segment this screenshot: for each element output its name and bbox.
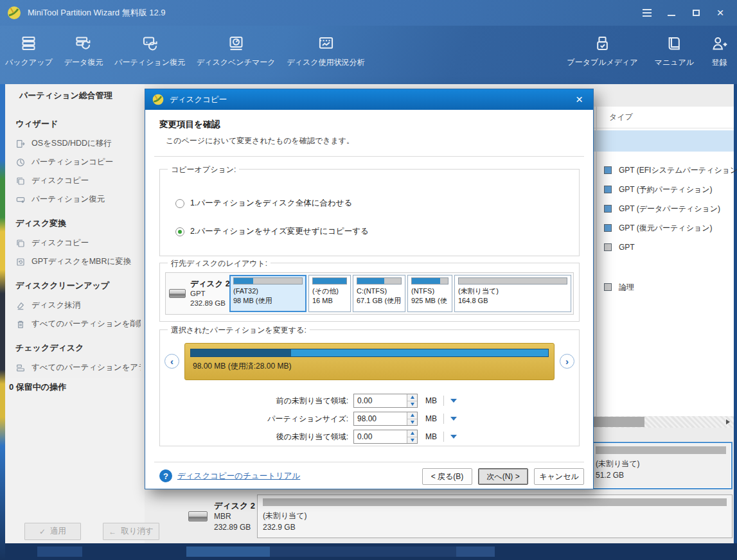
back-button[interactable]: < 戻る(B) xyxy=(422,468,472,485)
target-partition-cell[interactable]: (その他)16 MB xyxy=(308,275,351,312)
undo-button[interactable]: ← 取り消す xyxy=(103,523,159,540)
cancel-button[interactable]: キャンセル xyxy=(534,468,584,485)
backup-icon xyxy=(20,35,37,52)
selected-partition-box[interactable]: 98.00 MB (使用済:28.00 MB) xyxy=(184,343,555,380)
sidebar-item-align[interactable]: すべてのパーティションをアライメン xyxy=(15,358,141,377)
type-row-label: GPT (EFIシステムパーティション) xyxy=(619,165,737,176)
close-icon[interactable]: × xyxy=(715,8,725,18)
unit-dropdown-icon[interactable] xyxy=(450,399,457,403)
partition-size: 232.9 GB xyxy=(263,521,727,533)
sidebar-item-label: ディスクコピー xyxy=(31,238,89,249)
type-square-icon xyxy=(604,243,612,251)
unit-label: MB xyxy=(425,396,437,405)
divider xyxy=(443,396,444,406)
type-square-icon xyxy=(604,205,612,213)
scroll-right-arrow-icon[interactable] xyxy=(726,419,730,424)
copy-option-1[interactable]: 1.パーティションをディスク全体に合わせる xyxy=(175,198,352,209)
undo-button-label: 取り消す xyxy=(121,526,154,537)
data-recovery-icon xyxy=(75,35,92,52)
toolbar-backup[interactable]: バックアップ xyxy=(5,26,53,68)
size-input[interactable]: 0.00 xyxy=(353,394,418,408)
menu-icon[interactable] xyxy=(642,8,652,18)
toolbar-disk-benchmark[interactable]: ディスクベンチマーク xyxy=(197,26,276,68)
sidebar-item-disk-copy[interactable]: ディスクコピー xyxy=(15,171,141,190)
sidebar-item-delete-all[interactable]: すべてのパーティションを削除 xyxy=(15,315,141,333)
toolbar-right: ブータブルメディアマニュアル登録 xyxy=(567,26,728,68)
apply-button-label: 適用 xyxy=(50,526,66,537)
sidebar-item-wipe[interactable]: ディスク抹消 xyxy=(15,296,141,315)
partition-usage-bar xyxy=(357,277,402,284)
sidebar-section-title: ディスク変換 xyxy=(15,218,141,229)
register-icon xyxy=(711,35,728,52)
toolbar-register[interactable]: 登録 xyxy=(711,26,728,68)
radio-button[interactable] xyxy=(175,199,184,208)
toolbar-item-label: 登録 xyxy=(712,57,727,68)
dialog-titlebar[interactable]: ディスクコピー × xyxy=(145,89,593,110)
apply-button[interactable]: ✓ 適用 xyxy=(24,523,81,540)
partition-copy-icon xyxy=(15,157,26,168)
spin-down-icon[interactable] xyxy=(407,437,417,444)
type-column-header[interactable]: タイプ xyxy=(609,112,633,123)
disk-size: 232.89 GB xyxy=(190,299,230,308)
sidebar-item-gpt-mbr[interactable]: GPTディスクをMBRに変換 xyxy=(15,252,141,271)
disk-benchmark-icon xyxy=(227,35,245,52)
scrollbar-thumb[interactable] xyxy=(589,417,644,427)
unit-label: MB xyxy=(425,414,437,423)
spin-up-icon[interactable] xyxy=(407,412,417,419)
copy-option-2[interactable]: 2.パーティションをサイズ変更せずにコピーする xyxy=(175,226,369,237)
help-icon[interactable]: ? xyxy=(159,469,172,482)
toolbar-bootable-media[interactable]: ブータブルメディア xyxy=(567,26,637,68)
tutorial-link[interactable]: ディスクコピーのチュートリアル xyxy=(177,471,300,482)
spin-down-icon[interactable] xyxy=(407,401,417,408)
spin-up-icon[interactable] xyxy=(407,394,417,401)
sidebar-item-label: GPTディスクをMBRに変換 xyxy=(31,256,131,267)
disk2-unallocated-cell[interactable]: (未割り当て) 232.9 GB xyxy=(257,494,733,538)
disk-copy-dialog: ディスクコピー × 変更項目を確認 このページにおいて変更されたものを確認できま… xyxy=(145,89,594,489)
target-partition-cell[interactable]: (FAT32)98 MB (使用 xyxy=(229,275,306,312)
maximize-icon[interactable] xyxy=(691,8,701,18)
toolbar-partition-recovery[interactable]: パーティション復元 xyxy=(114,26,185,68)
target-partition-cell[interactable]: (NTFS)925 MB (使 xyxy=(407,275,452,312)
copy-options-group: コピーオプション: 1.パーティションをディスク全体に合わせる2.パーティション… xyxy=(159,169,580,256)
size-input[interactable]: 0.00 xyxy=(353,430,418,444)
spinner xyxy=(407,412,417,425)
dialog-subheading: このページにおいて変更されたものを確認できます。 xyxy=(166,136,354,146)
target-partition-cell[interactable]: C:(NTFS)67.1 GB (使用 xyxy=(353,275,405,312)
spin-down-icon[interactable] xyxy=(407,419,417,426)
sidebar: ウィザードOSをSSD/HDDに移行パーティションコピーディスクコピーパーティシ… xyxy=(5,107,145,543)
sidebar-item-partition-copy[interactable]: パーティションコピー xyxy=(15,153,141,171)
size-input-value: 0.00 xyxy=(354,394,407,407)
disk1-unallocated-cell[interactable]: (未割り当て) 51.2 GB xyxy=(589,442,733,489)
size-input[interactable]: 98.00 xyxy=(353,412,418,426)
type-row-label: GPT (予約パーティション) xyxy=(619,184,712,195)
toolbar-item-label: データ復元 xyxy=(64,57,103,68)
toolbar-manual[interactable]: マニュアル xyxy=(655,26,694,68)
disk-icon xyxy=(188,511,208,521)
partition-usage-bar xyxy=(312,277,347,284)
sidebar-sections: ウィザードOSをSSD/HDDに移行パーティションコピーディスクコピーパーティシ… xyxy=(5,107,145,378)
partition-usage-bar xyxy=(596,446,726,454)
sidebar-item-disk-copy[interactable]: ディスクコピー xyxy=(15,234,141,252)
next-partition-button[interactable]: › xyxy=(560,354,574,369)
unit-dropdown-icon[interactable] xyxy=(450,435,457,439)
resize-legend: 選択されたパーティションを変更する: xyxy=(168,325,310,336)
dialog-close-icon[interactable]: × xyxy=(572,94,587,105)
next-button[interactable]: 次へ(N) > xyxy=(478,468,528,485)
copy-options-legend: コピーオプション: xyxy=(168,164,239,175)
prev-partition-button[interactable]: ‹ xyxy=(164,354,179,369)
disk-size: 232.89 GB xyxy=(214,522,255,533)
spin-up-icon[interactable] xyxy=(407,430,417,437)
unit-dropdown-icon[interactable] xyxy=(450,417,457,421)
window-titlebar: MiniTool Partition Wizard 無料版 12.9 × xyxy=(0,0,737,26)
sidebar-item-os-migrate[interactable]: OSをSSD/HDDに移行 xyxy=(15,134,141,153)
toolbar-data-recovery[interactable]: データ復元 xyxy=(64,26,103,68)
radio-button-selected[interactable] xyxy=(175,227,184,236)
minimize-icon[interactable] xyxy=(666,8,677,18)
sidebar-section-title: チェックディスク xyxy=(15,342,141,354)
target-partition-cell[interactable]: (未割り当て)164.8 GB xyxy=(454,275,571,312)
sidebar-item-partition-recover[interactable]: パーティション復元 xyxy=(15,190,141,209)
toolbar-disk-usage[interactable]: ディスク使用状況分析 xyxy=(287,26,364,68)
tab-partition-management[interactable]: パーティション総合管理 xyxy=(5,84,145,107)
align-icon xyxy=(15,363,26,373)
target-disk-row: ディスク 2 GPT 232.89 GB (FAT32)98 MB (使用(その… xyxy=(165,272,574,315)
